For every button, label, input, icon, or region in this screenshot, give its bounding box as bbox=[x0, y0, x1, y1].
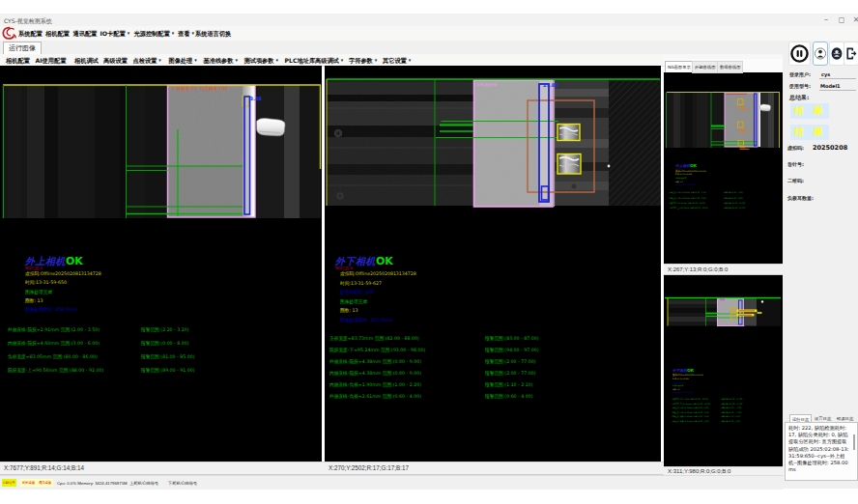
pause-icon bbox=[789, 42, 810, 65]
toolbar-item-label: 其它设置 bbox=[383, 57, 407, 64]
measurement-alarm: 报警范围:(0.60 - 4.00) bbox=[485, 395, 533, 400]
dropdown-arrow-icon: ▾ bbox=[235, 57, 238, 63]
menu-item-io-card-config[interactable]: IO卡配置▾ bbox=[100, 30, 130, 39]
menu-item-camera-config[interactable]: 相机配置 bbox=[45, 30, 70, 39]
app-status-bar: 心跳信号 相机连接 通讯连接 Cpu: 0.0% Memory: 3424.41… bbox=[0, 475, 783, 490]
tool-advanced-setting[interactable]: 高级设置 bbox=[103, 57, 128, 66]
tool-test-item-params[interactable]: 测试项参数▾ bbox=[244, 57, 278, 66]
dropdown-arrow-icon: ▾ bbox=[375, 57, 378, 63]
measurement-alarm: 报警范围:(1.10 - 2.10) bbox=[485, 383, 533, 388]
virtual-code-label: 虚拟码: bbox=[787, 145, 804, 151]
tab-data-curve[interactable]: 数据曲线图 bbox=[717, 61, 743, 73]
tool-char-params[interactable]: 字符参数▾ bbox=[349, 57, 377, 66]
tool-ai-use-config[interactable]: AI使用配置 bbox=[36, 57, 67, 66]
minimize-button[interactable]: – bbox=[819, 14, 833, 25]
exit-icon bbox=[844, 42, 858, 65]
measurement-value: 负极宽度=83.05mm 范围:(80.00 - 86.00) bbox=[670, 203, 705, 205]
measurement-alarm: 报警范围:(0.00 - 8.00) bbox=[724, 198, 743, 200]
menu-item-system-config[interactable]: 系统配置 bbox=[18, 30, 43, 39]
user-switch-button[interactable] bbox=[829, 42, 844, 66]
exit-button[interactable] bbox=[844, 42, 858, 66]
toolbar-item-label: AI使用配置 bbox=[36, 57, 67, 64]
measurement-value: 外侧直线-隔膜=2.91mm 范围:(2.00 - 3.50) bbox=[670, 192, 706, 194]
toolbar-item-label: 基准线参数 bbox=[204, 57, 234, 64]
mini-panel-top: 外上相机OK NG汇总:1 虚拟码:Offline202502081313472… bbox=[664, 72, 783, 264]
measurement-alarm: 报警范围:(1.10 - 2.10) bbox=[721, 416, 740, 418]
tab-profile-curve[interactable]: 外观曲线图 bbox=[692, 61, 718, 73]
pause-button[interactable] bbox=[788, 42, 811, 66]
blue-mark-value: 3.48 bbox=[250, 96, 262, 101]
menu-item-label: 通讯配置 bbox=[73, 30, 98, 37]
menu-item-comm-config[interactable]: 通讯配置 bbox=[73, 30, 98, 39]
toolbar-item-label: 高级调试 bbox=[315, 57, 339, 64]
maximize-button[interactable]: ◻ bbox=[835, 14, 848, 25]
camera-panel-center: AI检测区域 23.80 外下相机OK NG汇总:0 虚拟码:Offline20… bbox=[325, 66, 661, 462]
tool-advanced-debug[interactable]: 高级调试▾ bbox=[315, 57, 343, 66]
qr-code-label: 二维码: bbox=[787, 178, 804, 183]
measurement-alarm: 报警范围:(2.20 - 3.20) bbox=[141, 328, 189, 333]
neg-tab-count-label: 负极耳数量: bbox=[787, 195, 814, 201]
toolbar-item-label: 字符参数 bbox=[349, 57, 373, 64]
ai-time-line-center: 处理AI耗时: 166 bbox=[340, 291, 374, 295]
menu-item-view[interactable]: 查看▾ bbox=[178, 30, 194, 39]
measurement-value: 正极宽度=83.73mm 范围:(82.00 - 88.00) bbox=[329, 337, 419, 342]
dropdown-arrow-icon: ▾ bbox=[409, 57, 412, 63]
user-icon bbox=[814, 42, 827, 65]
tool-plc-address[interactable]: PLC地址库 bbox=[285, 57, 316, 66]
tool-camera-debug[interactable]: 相机调试 bbox=[74, 57, 99, 66]
tool-camera-config[interactable]: 相机配置 bbox=[6, 57, 30, 66]
measurement-value: 内侧直线-负极=1.90mm 范围:(1.00 - 2.20) bbox=[672, 416, 708, 418]
measurement-value: 外侧直线-隔膜=2.91mm 范围:(2.00 - 3.50) bbox=[8, 328, 100, 333]
measurement-alarm: 报警范围:(89.00 - 91.00) bbox=[724, 208, 745, 210]
tab-ng-display[interactable]: NG画面显示 bbox=[665, 61, 694, 72]
upper-camera-status: 上相机心跳信号 bbox=[129, 480, 158, 488]
tool-baseline-params[interactable]: 基准线参数▾ bbox=[204, 57, 238, 66]
measurement-alarm: 报警范围:(83.00 - 87.00) bbox=[721, 399, 742, 401]
dropdown-arrow-icon: ▾ bbox=[275, 57, 278, 63]
status-bar-mini-top: X:267;Y:13;R:0;G:0;B:0 bbox=[664, 264, 783, 275]
elapsed-line-left: 图像处理耗时: 258.00ms bbox=[25, 308, 78, 313]
blue-mark-value-center: 23.80 bbox=[543, 82, 558, 88]
done-line-mini-top: 图像处理完成 bbox=[675, 178, 686, 180]
total-result-label: 总结果: bbox=[789, 94, 809, 102]
measurement-value: 隔膜宽度-下=95.24mm 范围:(93.00 - 98.00) bbox=[329, 349, 425, 353]
tab-run-image[interactable]: 运行图像 bbox=[3, 42, 42, 54]
model-value[interactable]: Model1 bbox=[820, 83, 841, 89]
login-user-value[interactable]: cys bbox=[821, 71, 830, 77]
close-button[interactable]: ✕ bbox=[849, 14, 858, 25]
ai-time-line-mini-bottom: 处理AI耗时: 166 bbox=[672, 382, 686, 384]
menu-item-label: 系统配置 bbox=[18, 30, 43, 37]
menu-item-label: 光源控制配置 bbox=[134, 30, 170, 37]
cpu-memory-status: Cpu: 0.0% Memory: 3424.41796875M bbox=[57, 480, 128, 488]
menu-item-light-config[interactable]: 光源控制配置▾ bbox=[134, 30, 175, 39]
ng-summary-left: NG汇总:1 bbox=[25, 266, 43, 270]
tool-other-settings[interactable]: 其它设置▾ bbox=[383, 57, 411, 66]
login-user-button[interactable] bbox=[813, 42, 828, 66]
right-panel-tabs: NG画面显示 外观曲线图 数据曲线图 bbox=[664, 59, 783, 72]
view-tab-row: 运行图像 bbox=[0, 41, 858, 55]
log-scrollbar[interactable] bbox=[853, 434, 855, 450]
measurement-value: 负极宽度=83.05mm 范围:(80.00 - 86.00) bbox=[8, 355, 98, 360]
window-title: CYS-视觉检测系统 bbox=[4, 17, 52, 26]
measurement-alarm: 报警范围:(2.00 - 77.00) bbox=[721, 407, 741, 409]
mini-panel-bottom: 外下相机OK NG汇总:0 虚拟码:Offline202502081313472… bbox=[664, 275, 783, 466]
tool-image-process[interactable]: 图像处理▾ bbox=[169, 57, 197, 66]
barcode-line-mini-bottom: 虚拟码:Offline2025020813134728 bbox=[672, 375, 703, 377]
tool-spot-check[interactable]: 点检设置▾ bbox=[133, 57, 161, 66]
menu-item-label: 相机配置 bbox=[45, 30, 70, 37]
elapsed-line-mini-top: 图像处理耗时: 258.00ms bbox=[675, 184, 697, 186]
tab-setting-log[interactable]: 设置日志 bbox=[813, 414, 833, 422]
lower-camera-status: 下相机心跳信号 bbox=[168, 480, 197, 488]
turns-line-left: 圈数: 13 bbox=[25, 299, 43, 304]
done-line-center: 图像处理完成 bbox=[340, 300, 367, 305]
measurement-alarm: 报警范围:(2.00 - 77.00) bbox=[721, 412, 741, 414]
menu-item-language-switch[interactable]: 系统语言切换 bbox=[195, 30, 231, 39]
measurement-value: 外侧直线-负极=2.61mm 范围:(0.60 - 4.00) bbox=[329, 395, 421, 400]
login-user-label: 登录用户: bbox=[789, 71, 811, 77]
barcode-line-center: 虚拟码:Offline2025020813134728 bbox=[340, 272, 416, 277]
tab-error-log[interactable]: 错误日志 bbox=[835, 414, 855, 422]
app-logo-icon bbox=[2, 26, 17, 41]
virtual-code-value: 20250208 bbox=[813, 144, 847, 152]
time-line-mini-top: 时间:13-31-59-650 bbox=[675, 174, 692, 176]
menu-item-label: 系统语言切换 bbox=[195, 30, 231, 37]
